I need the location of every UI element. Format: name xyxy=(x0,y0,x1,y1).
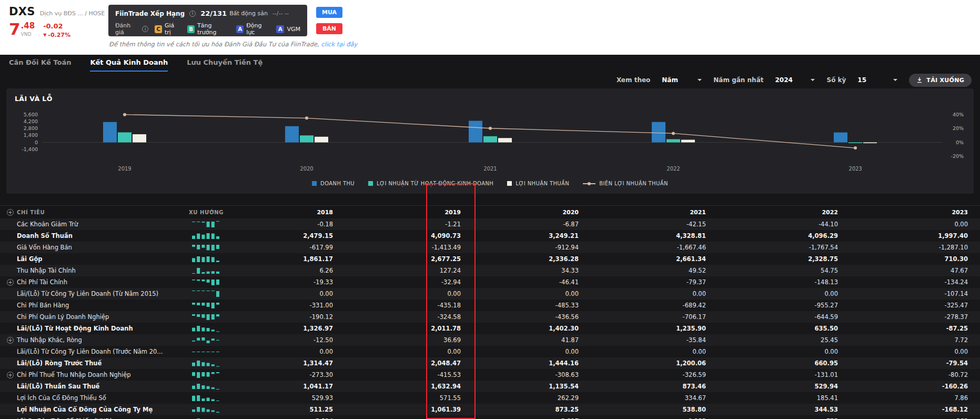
value-cell: -436.56 xyxy=(461,313,579,321)
expand-icon[interactable]: + xyxy=(7,337,14,344)
header-year[interactable]: 2020 xyxy=(461,209,579,216)
table-row[interactable]: +Lãi Gộp1,861.172,677.252,336.282,661.34… xyxy=(0,253,980,265)
table-row[interactable]: +Chi Phí Tài Chính-19.33-32.94-46.41-79.… xyxy=(0,276,980,288)
legend-label: LỢI NHUẬN TỪ HOẠT ĐỘNG KINH DOANH xyxy=(377,181,493,186)
table-row[interactable]: +Lãi/(Lỗ) Ròng Trước Thuế1,314.472,048.4… xyxy=(0,357,980,369)
legend-dot-icon xyxy=(588,182,591,185)
tab-balance-sheet[interactable]: Cân Đối Kế Toán xyxy=(9,58,71,72)
bar xyxy=(834,133,847,143)
header-year[interactable]: 2023 xyxy=(838,209,968,216)
value-cell: 0.00 xyxy=(838,221,968,228)
latest-year-select[interactable]: 2024 xyxy=(772,74,818,86)
header-name-label: CHỈ TIÊU xyxy=(17,210,45,215)
legend-swatch-icon xyxy=(507,181,512,186)
table-row[interactable]: +Lợi Nhuận Của Cổ Đông Của Công Ty Mẹ511… xyxy=(0,404,980,415)
legend-item[interactable]: BIÊN LỢI NHUẬN THUẦN xyxy=(583,181,668,186)
table-row[interactable]: +Chi Phí Thuế Thu Nhập Doanh Nghiệp-273.… xyxy=(0,369,980,381)
header-year[interactable]: 2022 xyxy=(706,209,838,216)
chevron-down-icon xyxy=(811,79,815,81)
header-year[interactable]: 2019 xyxy=(333,209,461,216)
trend-sparkline xyxy=(185,372,227,378)
table-row[interactable]: +Lãi/(Lỗ) Từ Hoạt Động Kinh Doanh1,326.9… xyxy=(0,323,980,334)
statement-tabs: Cân Đối Kế ToánKết Quả Kinh DoanhLưu Chu… xyxy=(9,58,262,72)
download-icon xyxy=(916,77,923,83)
value-cell: -32.94 xyxy=(333,278,461,286)
table-row[interactable]: +Thu Nhập Khác, Ròng-12.5036.6941.87-35.… xyxy=(0,334,980,346)
periods-select[interactable]: 15 xyxy=(854,74,901,86)
value-cell: -80.72 xyxy=(838,371,968,378)
sparkline-bar xyxy=(197,361,200,366)
table-row[interactable]: +Giá Vốn Hàng Bán-617.99-1,413.49-912.94… xyxy=(0,242,980,253)
row-label: Giá Vốn Hàng Bán xyxy=(17,244,72,251)
sparkline-chart xyxy=(191,279,221,286)
table-row[interactable]: +Các Khoản Giảm Trừ-0.18-1.21-6.87-42.15… xyxy=(0,218,980,230)
value-cell: -1.21 xyxy=(333,221,461,228)
view-by-label: Xem theo xyxy=(617,76,650,84)
rating-label: Đánh giá i xyxy=(115,22,148,36)
value-cell: 2,336.28 xyxy=(461,255,579,263)
x-axis-label: 2021 xyxy=(483,166,497,172)
expand-all-icon[interactable]: + xyxy=(7,209,14,216)
table-row[interactable]: +Lợi Ích Của Cổ Đông Thiểu Số529.93571.5… xyxy=(0,392,980,404)
value-cell: -79.54 xyxy=(838,360,968,367)
sparkline-bar xyxy=(197,407,200,412)
view-by-select[interactable]: Năm xyxy=(659,74,705,86)
legend-swatch-icon xyxy=(312,181,317,186)
rating-item: AĐộng lực xyxy=(236,22,270,36)
sparkline-bar xyxy=(192,245,195,247)
note-text: Để thêm thông tin về cách tối ưu hóa Đán… xyxy=(109,41,321,48)
row-name-cell: +Lãi/(Lỗ) Ròng Trước Thuế xyxy=(0,360,185,367)
sparkline-chart xyxy=(191,291,221,297)
info-icon[interactable]: i xyxy=(142,26,148,32)
download-button[interactable]: TẢI XUỐNG xyxy=(909,74,972,87)
bar xyxy=(652,122,665,143)
trend-sparkline xyxy=(185,360,227,367)
chevron-down-icon xyxy=(893,79,897,81)
sparkline-bar xyxy=(192,222,195,222)
legend-item[interactable]: DOANH THU xyxy=(312,181,355,186)
table-row[interactable]: +Chi Phí Quản Lý Doanh Nghiệp-190.12-324… xyxy=(0,311,980,323)
sparkline-bar xyxy=(207,314,210,320)
value-cell: 185.41 xyxy=(706,394,838,402)
value-cell: 0.00 xyxy=(579,348,706,355)
table-row[interactable]: +Thu Nhập Tài Chính6.26127.2434.3349.525… xyxy=(0,265,980,276)
legend-item[interactable]: LỢI NHUẬN THUẦN xyxy=(507,181,569,186)
sparkline-bar xyxy=(207,340,210,343)
row-label: Chi Phí Thuế Thu Nhập Doanh Nghiệp xyxy=(17,371,131,378)
table-header-row: + CHỈ TIÊU XU HƯỚNG 2018 2019 2020 2021 … xyxy=(0,206,980,218)
sparkline-chart xyxy=(191,267,221,274)
info-icon[interactable]: i xyxy=(189,11,196,17)
y-axis-right-tick: 20% xyxy=(953,125,964,131)
trade-buttons: MUA BÁN xyxy=(316,7,342,34)
value-cell: 1,041.17 xyxy=(227,383,333,390)
table-row[interactable]: +Lãi/(Lỗ) Từ Công Ty Liên Doanh (Từ Năm … xyxy=(0,288,980,300)
table-row[interactable]: +Lãi Cơ Bản Trên Cổ Phiếu (VND)3,3144,89… xyxy=(0,415,980,419)
legend-swatch-icon xyxy=(368,181,373,186)
value-cell: -435.18 xyxy=(333,302,461,309)
tab-income-statement[interactable]: Kết Quả Kinh Doanh xyxy=(90,58,168,72)
sparkline-bar xyxy=(201,291,205,291)
header-year[interactable]: 2018 xyxy=(227,209,333,216)
table-row[interactable]: +Chi Phí Bán Hàng-331.00-435.18-485.33-6… xyxy=(0,300,980,311)
price-change-percent-value: -0.27% xyxy=(48,32,70,38)
expand-icon[interactable]: + xyxy=(7,372,14,378)
x-axis-label: 2019 xyxy=(118,166,131,172)
note-link[interactable]: click tại đây xyxy=(321,41,357,48)
buy-button[interactable]: MUA xyxy=(316,7,342,18)
sell-button[interactable]: BÁN xyxy=(316,23,342,34)
tab-cash-flow[interactable]: Lưu Chuyển Tiền Tệ xyxy=(187,58,262,72)
table-row[interactable]: +Lãi/(Lỗ) Thuần Sau Thuế1,041.171,632.94… xyxy=(0,381,980,392)
legend-label: DOANH THU xyxy=(320,181,355,186)
value-cell: 571.55 xyxy=(333,394,461,402)
sparkline-bar xyxy=(197,245,200,250)
sparkline-bar xyxy=(201,352,205,352)
row-name-cell: +Lãi/(Lỗ) Từ Công Ty Liên Doanh (Từ Năm … xyxy=(0,290,185,297)
sparkline-bar xyxy=(211,257,215,262)
legend-item[interactable]: LỢI NHUẬN TỪ HOẠT ĐỘNG KINH DOANH xyxy=(368,181,493,186)
value-cell: -44.10 xyxy=(706,221,838,228)
sparkline-chart xyxy=(191,383,221,390)
table-row[interactable]: +Lãi/(Lỗ) Từ Công Ty Liên Doanh (Trước N… xyxy=(0,346,980,357)
header-year[interactable]: 2021 xyxy=(579,209,706,216)
table-row[interactable]: +Doanh Số Thuần2,479.154,090.733,249.214… xyxy=(0,230,980,242)
expand-icon[interactable]: + xyxy=(7,279,14,286)
